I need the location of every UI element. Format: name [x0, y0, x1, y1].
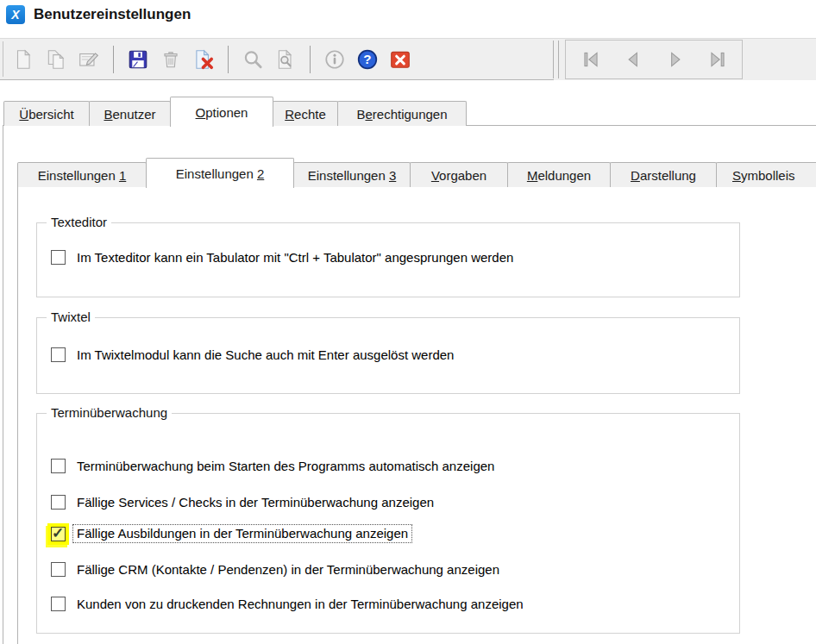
tab-einstellungen-3[interactable]: Einstellungen 3 [293, 162, 411, 187]
checkbox-row: Kunden von zu druckenden Rechnungen in d… [51, 597, 524, 611]
last-record-button[interactable] [703, 45, 732, 74]
tab-einstellungen-2[interactable]: Einstellungen 2 [146, 158, 294, 188]
einstellungen-2-page: Texteditor Im Texteditor kann ein Tabula… [17, 186, 816, 644]
discard-icon [160, 48, 182, 71]
new-document-button[interactable] [9, 45, 38, 74]
delete-button[interactable] [189, 45, 218, 74]
new-document-icon [12, 48, 35, 71]
last-record-icon [706, 48, 729, 71]
window-title: Benutzereinstellungen [34, 6, 191, 23]
search-icon [242, 48, 264, 71]
edit-button[interactable] [74, 45, 104, 74]
group-title: Texteditor [47, 215, 111, 229]
previous-record-button[interactable] [618, 45, 648, 74]
edit-icon [78, 48, 100, 71]
twixtel-enter-checkbox[interactable] [51, 347, 66, 362]
copy-button[interactable] [41, 45, 71, 74]
preview-icon [274, 48, 297, 71]
group-texteditor: Texteditor Im Texteditor kann ein Tabula… [36, 222, 740, 297]
checkbox-row: Im Texteditor kann ein Tabulator mit "Ct… [51, 250, 513, 265]
checkbox-row: Terminüberwachung beim Starten des Progr… [51, 459, 494, 473]
tab-optionen[interactable]: Optionen [170, 97, 273, 127]
first-record-button[interactable] [576, 45, 606, 74]
checkbox-row: Fällige Ausbildungen in der Terminüberwa… [51, 526, 408, 541]
toolbar-nav-section [565, 40, 743, 79]
benutzereinstellungen-window: X Benutzereinstellungen [0, 0, 816, 644]
tab-einstellungen-1[interactable]: Einstellungen 1 [17, 162, 147, 187]
tab-rechte[interactable]: Rechte [273, 101, 338, 126]
tab-vorgaben[interactable]: Vorgaben [410, 162, 508, 187]
checkbox-label[interactable]: Kunden von zu druckenden Rechnungen in d… [77, 597, 524, 611]
toolbar-grip[interactable] [553, 41, 559, 78]
preview-button[interactable] [271, 45, 300, 74]
tab-darstellung[interactable]: Darstellung [610, 162, 717, 187]
first-record-icon [580, 48, 602, 71]
toolbar-separator [228, 46, 229, 73]
titlebar: X Benutzereinstellungen [6, 5, 191, 24]
group-terminueberwachung: Terminüberwachung Terminüberwachung beim… [36, 413, 740, 634]
tab-uebersicht[interactable]: Übersicht [3, 101, 90, 126]
toolbar-separator [310, 46, 311, 73]
next-record-icon [664, 48, 687, 71]
tab-symbolleisten[interactable]: Symbolleis [716, 162, 816, 187]
group-title: Twixtel [47, 309, 95, 324]
info-icon [323, 48, 346, 71]
checkbox-label[interactable]: Im Texteditor kann ein Tabulator mit "Ct… [77, 250, 513, 265]
close-button[interactable] [386, 45, 415, 74]
terminueberwachung-autostart-checkbox[interactable] [51, 459, 66, 473]
group-title: Terminüberwachung [47, 405, 172, 420]
save-button[interactable] [123, 45, 153, 74]
tab-benutzer[interactable]: Benutzer [89, 101, 171, 126]
save-icon [127, 48, 149, 71]
faellige-ausbildungen-checkbox[interactable] [51, 527, 66, 541]
checkbox-row: Fällige Services / Checks in der Terminü… [51, 495, 434, 510]
faellige-services-checkbox[interactable] [51, 495, 66, 510]
svg-text:?: ? [363, 52, 371, 66]
checkbox-row: Fällige CRM (Kontakte / Pendenzen) in de… [51, 562, 499, 577]
close-icon [389, 48, 411, 71]
group-twixtel: Twixtel Im Twixtelmodul kann die Suche a… [36, 317, 740, 394]
kunden-rechnungen-checkbox[interactable] [51, 597, 66, 611]
checkbox-label[interactable]: Im Twixtelmodul kann die Suche auch mit … [77, 347, 454, 362]
discard-button[interactable] [156, 45, 185, 74]
copy-icon [45, 48, 67, 71]
checkbox-label[interactable]: Fällige CRM (Kontakte / Pendenzen) in de… [77, 562, 499, 577]
checkbox-label[interactable]: Fällige Ausbildungen in der Terminüberwa… [72, 524, 412, 543]
help-icon: ? [356, 48, 379, 71]
next-record-button[interactable] [661, 45, 690, 74]
search-button[interactable] [238, 45, 267, 74]
tab-meldungen[interactable]: Meldungen [507, 162, 611, 187]
main-tab-bar: Übersicht Benutzer Optionen Rechte Berec… [3, 96, 466, 126]
delete-icon [192, 48, 215, 71]
previous-record-icon [622, 48, 644, 71]
checkbox-label[interactable]: Terminüberwachung beim Starten des Progr… [77, 459, 494, 473]
checkbox-row: Im Twixtelmodul kann die Suche auch mit … [51, 347, 454, 362]
toolbar: ? [0, 38, 816, 80]
tab-berechtigungen[interactable]: Berechtigungen [337, 101, 467, 126]
toolbar-main-section: ? [0, 40, 554, 80]
app-logo-icon: X [6, 5, 25, 24]
toolbar-separator [113, 46, 114, 73]
checkbox-label[interactable]: Fällige Services / Checks in der Terminü… [77, 495, 434, 510]
texteditor-tabulator-checkbox[interactable] [51, 250, 66, 265]
help-button[interactable]: ? [353, 45, 382, 74]
sub-tab-bar: Einstellungen 1 Einstellungen 2 Einstell… [17, 157, 816, 187]
faellige-crm-checkbox[interactable] [51, 562, 66, 577]
info-button[interactable] [320, 45, 349, 74]
